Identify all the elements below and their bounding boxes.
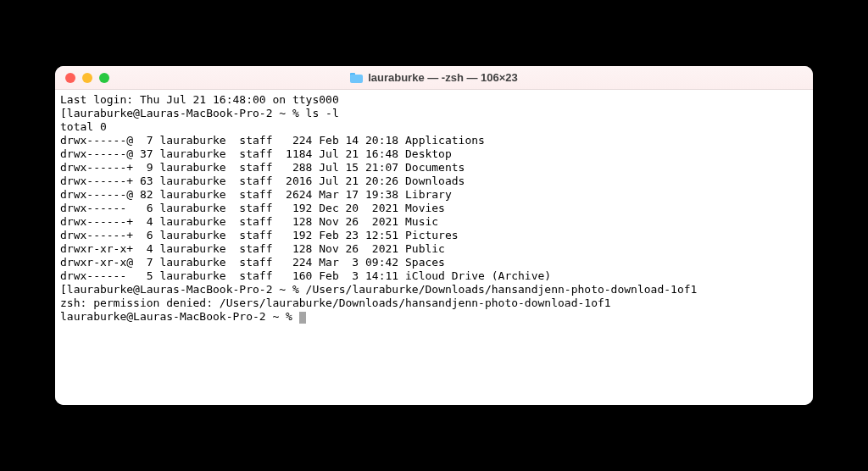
titlebar[interactable]: lauraburke — -zsh — 106×23 — [55, 66, 813, 90]
prompt-line-3: lauraburke@Lauras-MacBook-Pro-2 ~ % — [60, 310, 808, 324]
prompt-line-2: [lauraburke@Lauras-MacBook-Pro-2 ~ % /Us… — [60, 283, 808, 296]
traffic-lights — [65, 73, 109, 83]
cursor — [299, 312, 306, 324]
listing-row: drwxr-xr-x@ 7 lauraburke staff 224 Mar 3… — [60, 256, 808, 269]
command-1: ls -l — [306, 107, 339, 119]
window-title-text: lauraburke — -zsh — 106×23 — [368, 71, 518, 84]
last-login-line: Last login: Thu Jul 21 16:48:00 on ttys0… — [60, 93, 808, 107]
listing-row: drwx------ 5 lauraburke staff 160 Feb 3 … — [60, 269, 808, 283]
listing-row: drwx------@ 7 lauraburke staff 224 Feb 1… — [60, 134, 808, 147]
listing-row: drwx------+ 4 lauraburke staff 128 Nov 2… — [60, 215, 808, 229]
listing-row: drwx------@ 82 lauraburke staff 2624 Mar… — [60, 188, 808, 202]
listing-row: drwx------+ 63 lauraburke staff 2016 Jul… — [60, 175, 808, 188]
listing-row: drwx------@ 37 lauraburke staff 1184 Jul… — [60, 147, 808, 161]
folder-icon — [350, 73, 363, 83]
terminal-window: lauraburke — -zsh — 106×23 Last login: T… — [55, 66, 813, 405]
error-line: zsh: permission denied: /Users/lauraburk… — [60, 296, 808, 310]
command-2: /Users/lauraburke/Downloads/hansandjenn-… — [306, 283, 698, 296]
listing-row: drwx------+ 6 lauraburke staff 192 Feb 2… — [60, 229, 808, 242]
prompt-3: lauraburke@Lauras-MacBook-Pro-2 ~ % — [60, 310, 299, 323]
listing-row: drwx------ 6 lauraburke staff 192 Dec 20… — [60, 202, 808, 215]
prompt-line-1: [lauraburke@Lauras-MacBook-Pro-2 ~ % ls … — [60, 107, 808, 120]
total-line: total 0 — [60, 120, 808, 134]
minimize-button[interactable] — [82, 73, 92, 83]
terminal-output[interactable]: Last login: Thu Jul 21 16:48:00 on ttys0… — [55, 90, 813, 405]
prompt-2: lauraburke@Lauras-MacBook-Pro-2 ~ % — [67, 283, 306, 296]
prompt-1: lauraburke@Lauras-MacBook-Pro-2 ~ % — [67, 107, 306, 119]
zoom-button[interactable] — [99, 73, 109, 83]
listing-row: drwxr-xr-x+ 4 lauraburke staff 128 Nov 2… — [60, 242, 808, 256]
close-button[interactable] — [65, 73, 75, 83]
window-title: lauraburke — -zsh — 106×23 — [55, 71, 813, 84]
listing-row: drwx------+ 9 lauraburke staff 288 Jul 1… — [60, 161, 808, 175]
